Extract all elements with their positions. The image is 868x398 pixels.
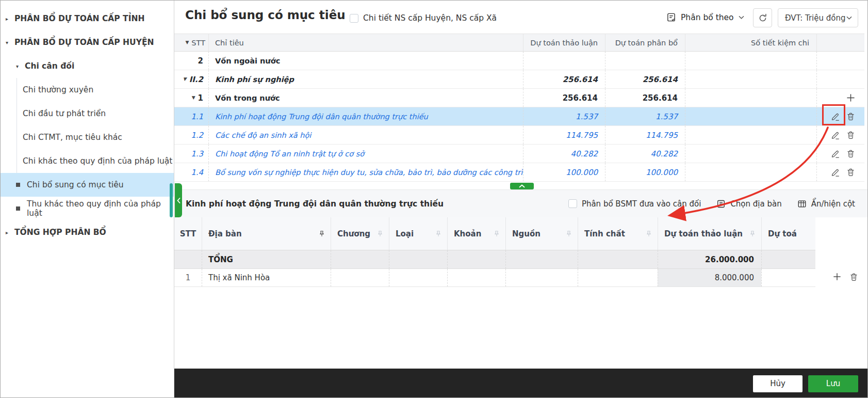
column-header-so-tiet-kiem-chi[interactable]: Số tiết kiệm chi	[685, 34, 816, 51]
pin-icon[interactable]	[493, 230, 500, 237]
delete-row-button[interactable]	[846, 168, 855, 177]
delete-row-button[interactable]	[846, 112, 855, 121]
trash-icon	[846, 112, 855, 121]
cell-discussion: 40.282	[523, 145, 605, 163]
pin-icon[interactable]	[318, 230, 325, 237]
column-header-chuong[interactable]: Chương	[331, 217, 389, 250]
detail-table: STT Địa bàn Chương Loại Khoản Nguồn	[174, 217, 815, 287]
edit-row-button[interactable]	[831, 131, 840, 140]
column-header-du-toan-thao-luan[interactable]: Dự toán thảo luận	[658, 217, 761, 250]
save-button[interactable]: Lưu	[808, 375, 858, 392]
cell-truncated[interactable]	[761, 269, 815, 286]
sidebar-item-thu-khac-theo-quy-dinh[interactable]: Thu khác theo quy định của pháp luật	[1, 197, 174, 220]
sidebar-item-chi-dau-tu-phat-trien[interactable]: Chi đầu tư phát triển	[1, 102, 174, 125]
cell-source[interactable]	[505, 269, 578, 286]
chevron-left-icon	[177, 198, 181, 203]
checkbox-label: Phân bổ BSMT đưa vào cân đối	[582, 199, 701, 209]
cell-discussion: 256.614	[523, 89, 605, 107]
sidebar-collapse-tab[interactable]	[175, 183, 182, 217]
table-row[interactable]: ▼1 Vốn trong nước 256.614 256.614	[174, 89, 864, 107]
table-row[interactable]: ▼II.2 Kinh phí sự nghiệp 256.614 256.614	[174, 70, 864, 89]
edit-row-button[interactable]	[831, 149, 840, 158]
cell-actions	[816, 107, 864, 125]
column-header-du-toa-truncated[interactable]: Dự toá	[761, 217, 815, 250]
cell-type[interactable]	[389, 269, 447, 286]
detail-ns-checkbox[interactable]: Chi tiết NS cấp Huyện, NS cấp Xã	[350, 13, 497, 23]
sidebar-item-phan-bo-du-toan-cap-huyen[interactable]: ▾ PHÂN BỔ DỰ TOÁN CẤP HUYỆN	[1, 30, 174, 54]
caret-down-icon[interactable]: ▼	[192, 95, 195, 100]
pin-icon[interactable]	[645, 230, 652, 237]
trash-icon	[846, 168, 855, 177]
choose-area-button[interactable]: Chọn địa bàn	[716, 199, 781, 209]
column-header-dia-ban[interactable]: Địa bàn	[202, 217, 331, 250]
cell-truncated	[761, 250, 815, 268]
detail-panel-controls: Phân bổ BSMT đưa vào cân đối Chọn địa bà…	[568, 199, 855, 209]
column-header-stt[interactable]: STT	[174, 217, 202, 250]
delete-row-button[interactable]	[849, 273, 858, 281]
column-header-loai[interactable]: Loại	[389, 217, 447, 250]
checkbox-icon[interactable]	[568, 199, 577, 208]
cell-actions	[816, 52, 864, 70]
refresh-icon	[758, 13, 767, 23]
cell-chapter[interactable]	[331, 269, 389, 286]
sidebar-item-tong-hop-phan-bo[interactable]: ▸ TỔNG HỢP PHÂN BỔ	[1, 220, 174, 244]
sidebar-item-chi-khac-theo-quy-dinh[interactable]: Chi khác theo quy định của pháp luật	[1, 149, 174, 173]
column-header-stt[interactable]: ▼STT	[174, 34, 208, 51]
cell-area[interactable]: Thị xã Ninh Hòa	[202, 269, 331, 286]
add-row-button[interactable]	[833, 273, 841, 281]
trash-icon	[846, 149, 855, 158]
bsmt-balance-checkbox[interactable]: Phân bổ BSMT đưa vào cân đối	[568, 199, 701, 209]
cell-savings	[685, 126, 816, 144]
sidebar-scrollbar-thumb[interactable]	[170, 183, 173, 217]
caret-down-icon[interactable]: ▾	[6, 40, 14, 45]
delete-row-button[interactable]	[846, 149, 855, 158]
cell-item[interactable]	[447, 269, 505, 286]
panel-collapse-pill[interactable]	[510, 183, 534, 189]
pin-icon[interactable]	[749, 230, 756, 237]
column-header-nguon[interactable]: Nguồn	[505, 217, 578, 250]
unit-dropdown[interactable]: ĐVT: Triệu đồng	[778, 8, 858, 27]
caret-right-icon[interactable]: ▸	[6, 230, 14, 235]
delete-row-button[interactable]	[846, 131, 855, 139]
column-header-tinh-chat[interactable]: Tính chất	[578, 217, 658, 250]
cancel-button[interactable]: Hủy	[753, 375, 803, 392]
column-header-chi-tieu[interactable]: Chỉ tiêu	[208, 34, 523, 51]
detail-table-row[interactable]: 1 Thị xã Ninh Hòa 8.000.000	[174, 269, 815, 287]
caret-down-icon[interactable]: ▼	[185, 40, 189, 45]
table-row[interactable]: 1.2 Các chế độ an sinh xã hội 114.795 11…	[174, 126, 864, 145]
add-row-button[interactable]	[846, 93, 855, 102]
column-header-du-toan-phan-bo[interactable]: Dự toán phân bổ	[605, 34, 685, 51]
sidebar-item-chi-bo-sung-co-muc-tieu[interactable]: Chi bổ sung có mục tiêu	[1, 173, 174, 197]
cell-stt: ▼1	[174, 89, 208, 107]
pencil-icon	[831, 149, 840, 158]
sidebar-item-phan-bo-du-toan-cap-tinh[interactable]: ▸ PHÂN BỔ DỰ TOÁN CẤP TỈNH	[1, 7, 174, 30]
cell-stt: 1.4	[174, 163, 208, 181]
table-row[interactable]: 2 Vốn ngoài nước	[174, 52, 864, 70]
allocate-by-dropdown[interactable]: Phân bổ theo	[666, 12, 744, 22]
refresh-button[interactable]	[753, 8, 772, 27]
sidebar-item-chi-thuong-xuyen[interactable]: Chi thường xuyên	[1, 78, 174, 102]
edit-row-button[interactable]	[831, 112, 840, 121]
table-row[interactable]: 1.3 Chi hoạt động Tổ an ninh trật tự ở c…	[174, 145, 864, 163]
sidebar-item-chi-ctmt[interactable]: Chi CTMT, mục tiêu khác	[1, 125, 174, 149]
table-row[interactable]: 1.4 Bổ sung vốn sự nghiệp thực hiện duy …	[174, 163, 864, 182]
page-title: Chi bổ sung có mục tiêu	[185, 8, 346, 22]
table-row-selected[interactable]: 1.1 Kinh phí hoạt động Trung đội dân quâ…	[174, 107, 864, 126]
sidebar-item-chi-can-doi[interactable]: ▾ Chi cân đối	[1, 54, 174, 78]
sidebar-tree: ▸ PHÂN BỔ DỰ TOÁN CẤP TỈNH ▾ PHÂN BỔ DỰ …	[1, 1, 174, 244]
column-header-du-toan-thao-luan[interactable]: Dự toán thảo luận	[523, 34, 605, 51]
pin-icon[interactable]	[565, 230, 572, 237]
edit-row-button[interactable]	[831, 168, 840, 177]
cell-discussion[interactable]: 8.000.000	[658, 269, 761, 286]
pin-icon[interactable]	[376, 230, 384, 237]
caret-down-icon[interactable]: ▾	[16, 63, 25, 69]
caret-right-icon[interactable]: ▸	[6, 16, 14, 22]
caret-down-icon[interactable]: ▼	[183, 77, 187, 82]
toggle-columns-button[interactable]: Ẩn/hiện cột	[797, 199, 855, 209]
cell-nature[interactable]	[578, 269, 658, 286]
column-header-khoan[interactable]: Khoản	[447, 217, 505, 250]
pin-icon[interactable]	[435, 230, 442, 237]
detail-table-header: STT Địa bàn Chương Loại Khoản Nguồn	[174, 217, 815, 250]
plus-icon	[846, 93, 855, 102]
checkbox-icon[interactable]	[350, 14, 358, 23]
